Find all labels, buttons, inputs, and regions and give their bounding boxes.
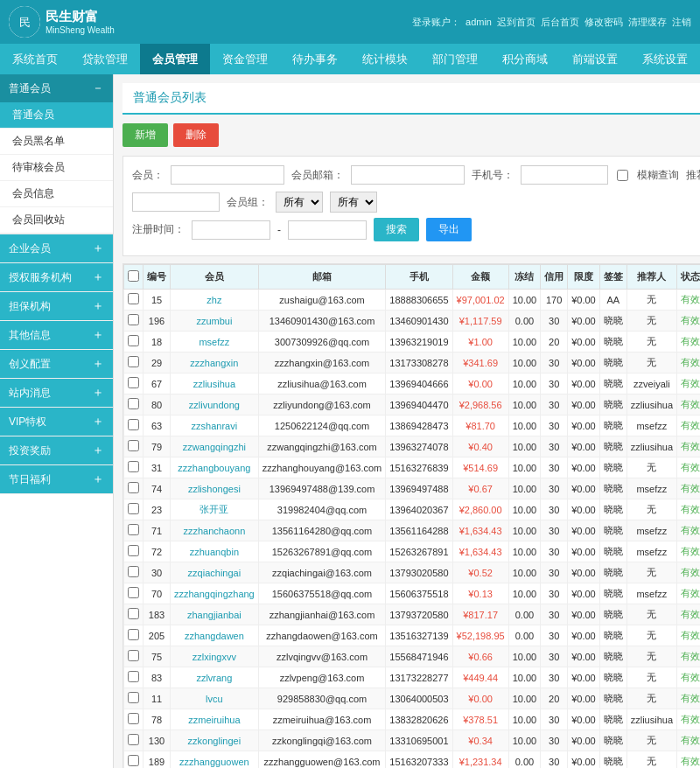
row-checkbox[interactable] [128, 524, 139, 535]
cell-checkbox[interactable] [124, 562, 144, 583]
member-link[interactable]: zzumbui [196, 316, 232, 326]
member-link[interactable]: zzqiachingai [188, 568, 242, 578]
sidebar-header-enterprise[interactable]: 企业会员 ＋ [0, 234, 113, 262]
member-link[interactable]: zzzhangguowen [179, 757, 249, 767]
referrer-input[interactable] [132, 192, 220, 212]
cell-checkbox[interactable] [124, 688, 144, 709]
cell-member[interactable]: msefzz [171, 332, 259, 353]
cell-checkbox[interactable] [124, 311, 144, 332]
cell-member[interactable]: zhz [171, 290, 259, 311]
member-link[interactable]: zzzhanchaonn [183, 526, 245, 536]
cell-member[interactable]: zzliusihua [171, 374, 259, 394]
cell-checkbox[interactable] [124, 751, 144, 769]
cell-checkbox[interactable] [124, 374, 144, 394]
link-clear-cache[interactable]: 清理缓存 [628, 16, 667, 29]
row-checkbox[interactable] [128, 629, 139, 640]
sub-group-select[interactable]: 所有 [330, 192, 377, 213]
row-checkbox[interactable] [128, 692, 139, 703]
member-link[interactable]: zhz [206, 295, 221, 305]
row-checkbox[interactable] [128, 314, 139, 325]
member-link[interactable]: zzzhangxin [190, 358, 238, 368]
row-checkbox[interactable] [128, 461, 139, 472]
cell-checkbox[interactable] [124, 625, 144, 646]
nav-stats[interactable]: 统计模块 [350, 44, 420, 74]
sidebar-header-other[interactable]: 其他信息 ＋ [0, 321, 113, 349]
member-link[interactable]: zzzhangbouyang [178, 463, 250, 473]
search-button[interactable]: 搜索 [374, 218, 419, 241]
link-logout[interactable]: 注销 [672, 16, 691, 29]
row-checkbox[interactable] [128, 713, 139, 724]
member-link[interactable]: zzlvrang [196, 673, 232, 683]
cell-checkbox[interactable] [124, 415, 144, 436]
member-link[interactable]: zzwangqingzhi [183, 442, 246, 452]
cell-checkbox[interactable] [124, 520, 144, 541]
cell-member[interactable]: zzhuanqbin [171, 541, 259, 562]
member-link[interactable]: zzlxingxvv [192, 652, 236, 662]
sidebar-header-vip[interactable]: VIP特权 ＋ [0, 408, 113, 436]
sidebar-header-auth-org[interactable]: 授权服务机构 ＋ [0, 263, 113, 291]
cell-member[interactable]: zzlxingxvv [171, 646, 259, 667]
sidebar-item-pending[interactable]: 待审核会员 [0, 155, 113, 181]
member-link[interactable]: msefzz [199, 337, 229, 347]
group-select[interactable]: 所有 [276, 192, 323, 213]
cell-checkbox[interactable] [124, 667, 144, 688]
row-checkbox[interactable] [128, 650, 139, 661]
cell-member[interactable]: lvcu [171, 688, 259, 709]
cell-checkbox[interactable] [124, 332, 144, 353]
row-checkbox[interactable] [128, 356, 139, 367]
member-link[interactable]: lvcu [206, 694, 223, 704]
member-link[interactable]: zzlivundong [189, 400, 240, 410]
nav-loan[interactable]: 贷款管理 [70, 44, 140, 74]
reg-time-end[interactable] [288, 220, 367, 240]
cell-checkbox[interactable] [124, 457, 144, 478]
sidebar-header-normal-member[interactable]: 普通会员 － [0, 74, 113, 102]
cell-member[interactable]: zzqiachingai [171, 562, 259, 583]
cell-member[interactable]: zzwangqingzhi [171, 436, 259, 457]
row-checkbox[interactable] [128, 734, 139, 745]
cell-member[interactable]: zzzhangguowen [171, 751, 259, 769]
cell-checkbox[interactable] [124, 541, 144, 562]
row-checkbox[interactable] [128, 482, 139, 493]
cell-checkbox[interactable] [124, 709, 144, 730]
reg-time-start[interactable] [192, 220, 270, 240]
nav-dept[interactable]: 部门管理 [420, 44, 490, 74]
cell-member[interactable]: zhangjianbai [171, 604, 259, 625]
row-checkbox[interactable] [128, 440, 139, 451]
cell-member[interactable]: zzshanravi [171, 415, 259, 436]
row-checkbox[interactable] [128, 419, 139, 430]
sidebar-header-invest-reward[interactable]: 投资奖励 ＋ [0, 436, 113, 464]
cell-member[interactable]: zzzhanchaonn [171, 520, 259, 541]
cell-checkbox[interactable] [124, 478, 144, 499]
fuzzy-checkbox[interactable] [617, 170, 628, 181]
cell-member[interactable]: zzzhangxin [171, 353, 259, 374]
row-checkbox[interactable] [128, 398, 139, 409]
row-checkbox[interactable] [128, 755, 139, 766]
cell-member[interactable]: zzmeiruihua [171, 709, 259, 730]
cell-member[interactable]: zzlishongesi [171, 478, 259, 499]
member-link[interactable]: zhangjianbai [187, 610, 242, 620]
nav-system[interactable]: 系统设置 [630, 44, 700, 74]
member-link[interactable]: zzshanravi [192, 421, 238, 431]
cell-checkbox[interactable] [124, 353, 144, 374]
cell-member[interactable]: zzzhangqingzhang [171, 583, 259, 604]
member-link[interactable]: zzliusihua [193, 379, 235, 389]
cell-checkbox[interactable] [124, 646, 144, 667]
member-link[interactable]: zzhuanqbin [190, 547, 239, 557]
link-change-pw[interactable]: 修改密码 [584, 16, 623, 29]
delete-button[interactable]: 删除 [173, 123, 219, 147]
member-link[interactable]: zzmeiruihua [188, 715, 240, 725]
row-checkbox[interactable] [128, 608, 139, 619]
member-link[interactable]: zzlishongesi [188, 484, 241, 494]
cell-checkbox[interactable] [124, 604, 144, 625]
select-all[interactable] [128, 270, 139, 282]
cell-checkbox[interactable] [124, 730, 144, 751]
sidebar-item-normal-member[interactable]: 普通会员 [0, 102, 113, 129]
nav-todo[interactable]: 待办事务 [280, 44, 350, 74]
new-button[interactable]: 新增 [122, 123, 168, 147]
member-link[interactable]: zzhangdawen [185, 631, 244, 641]
sidebar-header-holiday[interactable]: 节日福利 ＋ [0, 465, 113, 493]
row-checkbox[interactable] [128, 293, 139, 304]
row-checkbox[interactable] [128, 545, 139, 556]
cell-checkbox[interactable] [124, 499, 144, 520]
sidebar-header-message[interactable]: 站内消息 ＋ [0, 379, 113, 407]
